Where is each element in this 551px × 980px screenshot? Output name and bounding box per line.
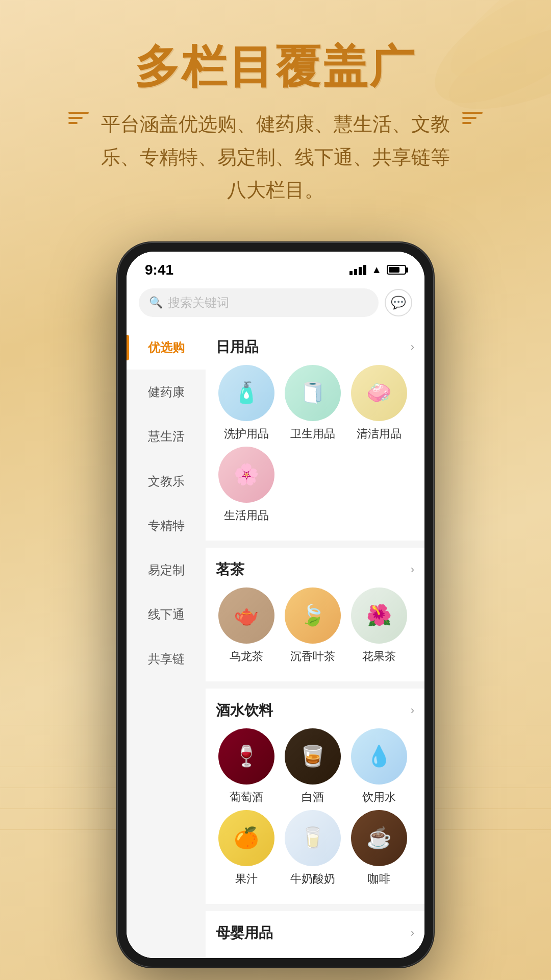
item-label: 卫生用品 <box>290 426 335 442</box>
list-item[interactable]: 🧼 清洁用品 <box>348 365 410 442</box>
category-items-riyongpin: 🧴 洗护用品 🧻 卫生用品 <box>216 365 414 533</box>
category-items-jiushui: 🍷 葡萄酒 🥃 白酒 <box>216 728 414 897</box>
category-section-riyongpin: 日用品 › 🧴 洗护用品 <box>206 325 424 533</box>
item-label: 咖啡 <box>368 871 390 887</box>
search-placeholder-text: 搜索关键词 <box>168 295 229 311</box>
item-img-putao: 🍷 <box>218 728 274 785</box>
sidebar-item-zhuanjingte[interactable]: 专精特 <box>127 503 206 548</box>
category-title-riyongpin: 日用品 <box>216 337 259 357</box>
main-title: 多栏目覆盖广 <box>31 41 520 92</box>
sidebar-item-yidingzhi[interactable]: 易定制 <box>127 548 206 592</box>
sidebar-item-jianyaokang[interactable]: 健药康 <box>127 370 206 414</box>
item-img-qingjieyongpin: 🧼 <box>351 365 407 421</box>
sidebar-item-xianxiatong[interactable]: 线下通 <box>127 592 206 636</box>
status-icons: ▲ <box>349 264 406 276</box>
sidebar-item-wenjiaole[interactable]: 文教乐 <box>127 459 206 503</box>
item-img-wulong: 🫖 <box>218 587 274 644</box>
search-input-wrap[interactable]: 🔍 搜索关键词 <box>139 288 379 317</box>
status-time: 9:41 <box>145 262 173 278</box>
list-item[interactable]: 🌺 花果茶 <box>348 587 410 664</box>
category-header-mingcha[interactable]: 茗茶 › <box>216 548 414 587</box>
subtitle-text: 平台涵盖优选购、健药康、慧生活、文教乐、专精特、易定制、线下通、共享链等八大栏目… <box>97 108 454 207</box>
phone-inner: 9:41 ▲ 🔍 搜索 <box>127 252 424 958</box>
main-content: 优选购 健药康 慧生活 文教乐 专精特 易定制 <box>127 325 424 958</box>
signal-icon <box>349 265 366 275</box>
category-title-muying: 母婴用品 <box>216 923 273 943</box>
item-img-niunai: 🥛 <box>285 810 341 866</box>
sidebar-item-gonxianglian[interactable]: 共享链 <box>127 636 206 681</box>
divider-3 <box>206 904 424 911</box>
item-img-kafei: ☕ <box>351 810 407 866</box>
category-arrow-riyongpin: › <box>411 340 414 354</box>
list-item[interactable]: 🌸 生活用品 <box>216 447 277 523</box>
list-item[interactable]: 🥛 牛奶酸奶 <box>282 810 343 887</box>
left-decoration <box>68 108 89 124</box>
list-item[interactable]: 🧻 卫生用品 <box>282 365 343 442</box>
category-arrow-jiushui: › <box>411 704 414 717</box>
category-header-riyongpin[interactable]: 日用品 › <box>216 325 414 365</box>
list-item[interactable]: 🍃 沉香叶茶 <box>282 587 343 664</box>
divider-1 <box>206 541 424 548</box>
sidebar-item-youxuangou[interactable]: 优选购 <box>127 325 206 370</box>
item-label: 生活用品 <box>224 508 269 523</box>
item-label: 葡萄酒 <box>230 790 263 805</box>
list-item[interactable]: 🥃 白酒 <box>282 728 343 805</box>
search-icon: 🔍 <box>149 296 163 309</box>
phone-mockup: 9:41 ▲ 🔍 搜索 <box>0 242 551 967</box>
subtitle-wrapper: 平台涵盖优选购、健药康、慧生活、文教乐、专精特、易定制、线下通、共享链等八大栏目… <box>31 108 520 207</box>
item-img-xihuyongpin: 🧴 <box>218 365 274 421</box>
item-img-shenghuo: 🌸 <box>218 447 274 503</box>
list-item[interactable]: 💧 饮用水 <box>348 728 410 805</box>
category-section-mingcha: 茗茶 › 🫖 乌龙茶 <box>206 548 424 674</box>
divider-2 <box>206 681 424 689</box>
right-content: 日用品 › 🧴 洗护用品 <box>206 325 424 958</box>
item-img-shuiyingyong: 💧 <box>351 728 407 785</box>
item-label: 沉香叶茶 <box>290 649 335 664</box>
list-item[interactable]: 🫖 乌龙茶 <box>216 587 277 664</box>
phone-outer: 9:41 ▲ 🔍 搜索 <box>117 242 434 967</box>
category-section-muying: 母婴用品 › <box>206 911 424 951</box>
list-item[interactable]: 🍷 葡萄酒 <box>216 728 277 805</box>
item-label: 饮用水 <box>362 790 396 805</box>
wifi-icon: ▲ <box>371 264 382 276</box>
top-section: 多栏目覆盖广 平台涵盖优选购、健药康、慧生活、文教乐、专精特、易定制、线下通、共… <box>0 0 551 227</box>
category-title-jiushui: 酒水饮料 <box>216 701 273 720</box>
category-items-mingcha: 🫖 乌龙茶 🍃 沉香叶茶 <box>216 587 414 674</box>
message-symbol: 💬 <box>391 296 406 310</box>
list-item[interactable]: 🧴 洗护用品 <box>216 365 277 442</box>
status-bar: 9:41 ▲ <box>127 252 424 283</box>
item-img-guozhi: 🍊 <box>218 810 274 866</box>
battery-icon <box>387 265 406 275</box>
item-img-weishengyongpin: 🧻 <box>285 365 341 421</box>
right-decoration <box>462 108 483 124</box>
item-img-baijiu: 🥃 <box>285 728 341 785</box>
category-title-mingcha: 茗茶 <box>216 560 244 579</box>
category-header-jiushui[interactable]: 酒水饮料 › <box>216 689 414 728</box>
item-label: 果汁 <box>235 871 258 887</box>
item-img-huaguo: 🌺 <box>351 587 407 644</box>
item-label: 清洁用品 <box>357 426 402 442</box>
item-label: 花果茶 <box>362 649 396 664</box>
item-label: 牛奶酸奶 <box>290 871 335 887</box>
category-arrow-mingcha: › <box>411 563 414 576</box>
category-arrow-muying: › <box>411 926 414 940</box>
item-label: 白酒 <box>302 790 324 805</box>
item-label: 乌龙茶 <box>230 649 263 664</box>
search-bar-area: 🔍 搜索关键词 💬 <box>127 283 424 325</box>
category-header-muying[interactable]: 母婴用品 › <box>216 911 414 951</box>
sidebar-item-huishenghuo[interactable]: 慧生活 <box>127 414 206 458</box>
category-section-jiushui: 酒水饮料 › 🍷 葡萄酒 <box>206 689 424 897</box>
message-icon[interactable]: 💬 <box>385 289 412 316</box>
item-label: 洗护用品 <box>224 426 269 442</box>
list-item[interactable]: 🍊 果汁 <box>216 810 277 887</box>
item-img-chenxiang: 🍃 <box>285 587 341 644</box>
sidebar: 优选购 健药康 慧生活 文教乐 专精特 易定制 <box>127 325 206 958</box>
list-item[interactable]: ☕ 咖啡 <box>348 810 410 887</box>
